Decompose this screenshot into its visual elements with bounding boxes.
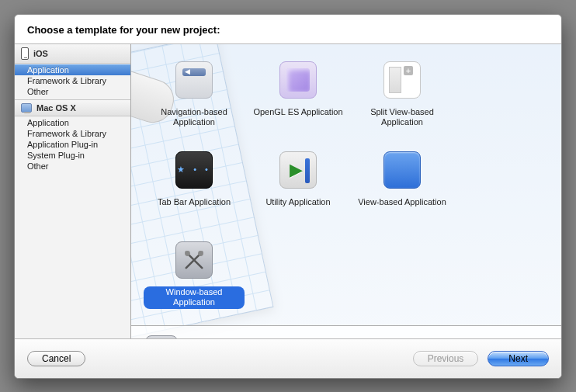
- new-project-sheet: Choose a template for your new project: …: [14, 14, 562, 379]
- template-opengl-es[interactable]: OpenGL ES Application: [248, 52, 349, 137]
- template-label: OpenGL ES Application: [248, 106, 347, 119]
- template-label: Split View-based Application: [352, 106, 453, 130]
- template-label: Window-based Application: [144, 286, 245, 310]
- view-app-icon: [383, 151, 421, 189]
- template-view-based[interactable]: View-based Application: [352, 142, 453, 227]
- template-label: Utility Application: [261, 196, 335, 209]
- cancel-button[interactable]: Cancel: [27, 351, 85, 366]
- sheet-footer: Cancel Previous Next: [15, 339, 561, 378]
- sidebar-item-ios-framework[interactable]: Framework & Library: [15, 75, 130, 86]
- template-navigation-based[interactable]: Navigation-based Application: [144, 52, 245, 137]
- template-tab-bar[interactable]: Tab Bar Application: [144, 142, 245, 227]
- sidebar-item-ios-application[interactable]: Application: [15, 64, 130, 75]
- navigation-app-icon: [175, 61, 213, 99]
- sheet-header: Choose a template for your new project:: [15, 15, 561, 43]
- sidebar-item-mac-framework[interactable]: Framework & Library: [15, 128, 130, 139]
- sidebar-item-ios-other[interactable]: Other: [15, 86, 130, 97]
- opengl-app-icon: [279, 61, 317, 99]
- mac-icon: [21, 103, 32, 113]
- detail-icon: [145, 335, 178, 339]
- sidebar-item-mac-other[interactable]: Other: [15, 161, 130, 172]
- tab-bar-app-icon: [175, 151, 213, 189]
- template-pane: Navigation-based Application OpenGL ES A…: [131, 44, 561, 338]
- template-grid: Navigation-based Application OpenGL ES A…: [131, 44, 561, 325]
- template-split-view[interactable]: Split View-based Application: [352, 52, 453, 137]
- template-label: Navigation-based Application: [144, 106, 245, 130]
- sidebar-section-label: Mac OS X: [36, 103, 76, 113]
- sheet-body: iOS Application Framework & Library Othe…: [15, 43, 561, 339]
- sidebar-section-macosx[interactable]: Mac OS X: [15, 99, 130, 116]
- category-sidebar: iOS Application Framework & Library Othe…: [15, 44, 131, 338]
- template-window-based[interactable]: Window-based Application: [144, 232, 245, 317]
- next-button[interactable]: Next: [488, 351, 549, 366]
- sheet-title: Choose a template for your new project:: [27, 24, 220, 36]
- template-utility[interactable]: Utility Application: [248, 142, 349, 227]
- sidebar-item-mac-sys-plugin[interactable]: System Plug-in: [15, 150, 130, 161]
- template-detail: Window-based Application This template p…: [131, 325, 561, 339]
- sidebar-section-label: iOS: [33, 49, 48, 58]
- window-app-icon: [175, 241, 213, 279]
- template-label: View-based Application: [353, 196, 451, 209]
- utility-app-icon: [279, 151, 317, 189]
- previous-button[interactable]: Previous: [413, 351, 479, 366]
- sidebar-item-mac-app-plugin[interactable]: Application Plug-in: [15, 139, 130, 150]
- template-label: Tab Bar Application: [153, 196, 235, 209]
- sidebar-section-ios[interactable]: iOS: [15, 44, 130, 64]
- sidebar-item-mac-application[interactable]: Application: [15, 117, 130, 128]
- detail-title: Window-based Application: [189, 338, 547, 339]
- iphone-icon: [21, 47, 29, 60]
- svg-point-2: [185, 251, 190, 256]
- split-view-app-icon: [383, 61, 421, 99]
- svg-point-3: [198, 251, 203, 256]
